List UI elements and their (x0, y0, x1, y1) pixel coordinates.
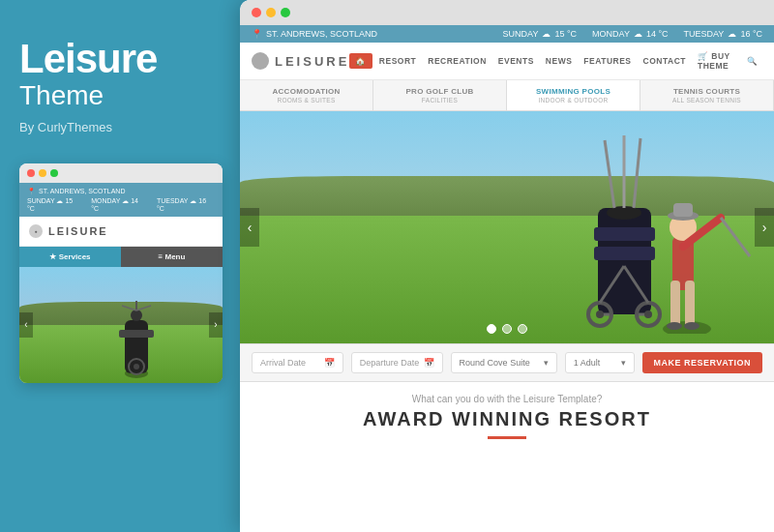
svg-line-6 (122, 306, 136, 310)
svg-rect-14 (670, 281, 680, 327)
svg-point-28 (596, 310, 604, 318)
adults-select[interactable]: 1 Adult ▾ (565, 352, 635, 373)
dot-green[interactable] (281, 8, 290, 17)
nav-search[interactable]: 🔍 (742, 53, 763, 69)
nav-contact[interactable]: CONTACT (639, 53, 691, 69)
browser-chrome (240, 0, 774, 25)
hero-background: ‹ › (240, 111, 774, 343)
mini-next-arrow[interactable]: › (209, 312, 223, 338)
svg-point-16 (667, 322, 682, 330)
dot-yellow[interactable] (266, 8, 276, 17)
mini-logo-circle: ● (29, 224, 43, 238)
weather-monday: MONDAY ☁ 14 °C (592, 29, 668, 39)
mini-dot-green (50, 169, 58, 177)
svg-point-17 (684, 322, 700, 330)
mini-browser-mockup: 📍 ST. ANDREWS, SCOTLAND SUNDAY ☁ 15 °C M… (19, 163, 223, 383)
hero-dot-1[interactable] (487, 324, 496, 334)
svg-point-29 (644, 310, 652, 318)
svg-rect-19 (673, 203, 693, 217)
weather-tuesday: TUESDAY ☁ 16 °C (684, 29, 762, 39)
mini-menu-btn[interactable]: ≡ Menu (121, 247, 223, 267)
mini-hero-image: ‹ › (19, 267, 223, 383)
arrival-date-input[interactable]: Arrival Date 📅 (252, 352, 343, 373)
svg-point-8 (134, 364, 139, 369)
svg-line-13 (721, 218, 750, 256)
mini-weather-row: SUNDAY ☁ 15 °C MONDAY ☁ 14 °C TUESDAY ☁ … (27, 197, 215, 212)
svg-rect-21 (594, 227, 655, 241)
svg-rect-22 (594, 247, 655, 260)
weather-bar: 📍 ST. ANDREWS, SCOTLAND SUNDAY ☁ 15 °C M… (240, 25, 774, 43)
mini-leisure-header: ● LEISURE (19, 217, 223, 247)
weather-items: SUNDAY ☁ 15 °C MONDAY ☁ 14 °C TUESDAY ☁ … (503, 29, 762, 39)
nav-resort[interactable]: RESORT (374, 53, 421, 69)
sub-nav-golf[interactable]: PRO GOLF CLUB FACILITIES (373, 80, 507, 110)
dot-red[interactable] (252, 8, 261, 17)
make-reservation-button[interactable]: Make Reservation (642, 352, 763, 373)
sub-nav: ACCOMODATION ROOMS & SUITES PRO GOLF CLU… (240, 80, 774, 111)
svg-line-32 (605, 140, 614, 208)
hero-area: ‹ › (240, 111, 774, 343)
nav-buy-theme[interactable]: 🛒 BUY THEME (693, 48, 740, 74)
svg-line-34 (634, 138, 640, 208)
mini-weather-bar: 📍 ST. ANDREWS, SCOTLAND SUNDAY ☁ 15 °C M… (19, 183, 223, 217)
svg-rect-2 (119, 330, 154, 338)
left-panel: Leisure Theme By CurlyThemes 📍 ST. ANDRE… (0, 0, 240, 532)
svg-rect-15 (685, 281, 695, 327)
nav-features[interactable]: FEATURES (579, 53, 636, 69)
theme-title: Leisure Theme By CurlyThemes (19, 39, 221, 134)
mini-browser-chrome (19, 163, 223, 183)
svg-point-3 (131, 310, 142, 321)
weather-sunday: SUNDAY ☁ 15 °C (503, 29, 577, 39)
mini-golf-bag-svg (98, 301, 175, 378)
svg-rect-20 (598, 208, 651, 314)
svg-point-23 (607, 206, 641, 220)
departure-date-input[interactable]: Departure Date 📅 (351, 352, 443, 373)
main-nav: LEISURE 🏠 RESORT RECREATION EVENTS NEWS … (240, 43, 774, 80)
hero-prev-button[interactable]: ‹ (240, 208, 259, 247)
weather-location: 📍 ST. ANDREWS, SCOTLAND (252, 29, 377, 39)
nav-recreation[interactable]: RECREATION (423, 53, 491, 69)
nav-home[interactable]: 🏠 (349, 53, 372, 69)
logo-circle (252, 52, 269, 70)
hero-dot-3[interactable] (518, 324, 527, 334)
hero-dots (487, 324, 527, 334)
nav-links: 🏠 RESORT RECREATION EVENTS NEWS FEATURES… (349, 48, 762, 74)
nav-news[interactable]: NEWS (541, 53, 578, 69)
main-browser: 📍 ST. ANDREWS, SCOTLAND SUNDAY ☁ 15 °C M… (240, 0, 774, 532)
bottom-divider (488, 436, 526, 439)
mini-dot-yellow (39, 169, 46, 177)
room-type-select[interactable]: Round Cove Suite ▾ (451, 352, 557, 373)
hero-next-button[interactable]: › (755, 208, 774, 247)
mini-dot-red (27, 169, 35, 177)
mini-golf-course (19, 267, 223, 383)
hero-golfer-svg (580, 131, 755, 334)
nav-logo: LEISURE (252, 52, 349, 70)
sub-nav-accommodation[interactable]: ACCOMODATION ROOMS & SUITES (240, 80, 373, 110)
mini-nav-buttons: ★ Services ≡ Menu (19, 247, 223, 267)
bottom-section: What can you do with the Leisure Templat… (240, 382, 774, 451)
hero-dot-2[interactable] (502, 324, 512, 334)
sub-nav-pools[interactable]: SWIMMING POOLS INDOOR & OUTDOOR (507, 80, 640, 110)
sub-nav-tennis[interactable]: TENNIS COURTS ALL SEASON TENNIS (640, 80, 774, 110)
mini-prev-arrow[interactable]: ‹ (19, 312, 33, 338)
svg-line-5 (136, 306, 151, 310)
booking-bar: Arrival Date 📅 Departure Date 📅 Round Co… (240, 343, 774, 382)
nav-events[interactable]: EVENTS (493, 53, 539, 69)
mini-services-btn[interactable]: ★ Services (19, 247, 121, 267)
mini-location: 📍 ST. ANDREWS, SCOTLAND (27, 188, 215, 195)
